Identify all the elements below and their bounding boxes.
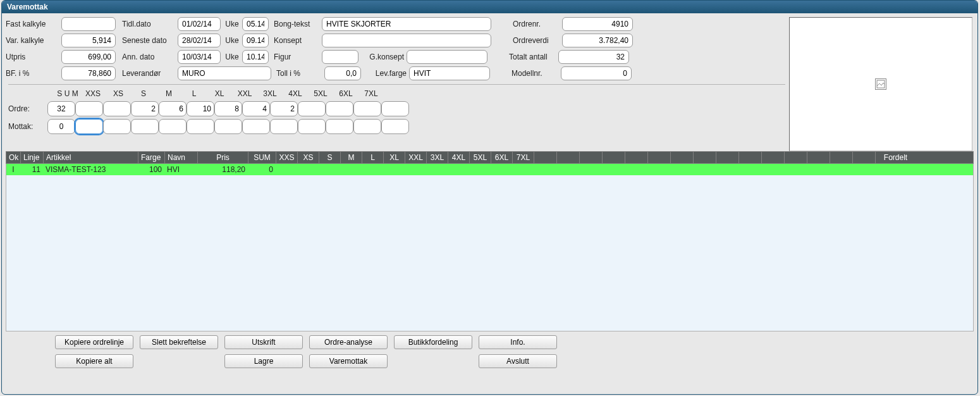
- input-g-konsept[interactable]: [407, 50, 487, 64]
- kopiere-ordrelinje-button[interactable]: Kopiere ordrelinje: [55, 335, 133, 349]
- slett-bekreftelse-button[interactable]: Slett bekreftelse: [140, 335, 218, 349]
- size-header: L: [181, 89, 207, 98]
- ordre-analyse-button[interactable]: Ordre-analyse: [309, 335, 388, 349]
- input-figur[interactable]: [322, 50, 358, 64]
- grid-col-header[interactable]: 3XL: [426, 152, 448, 163]
- label-ordrenr: Ordrenr.: [511, 20, 562, 28]
- grid-col-header[interactable]: S: [319, 152, 340, 163]
- mottak-size-input[interactable]: [131, 119, 159, 134]
- grid-col-spacer: [830, 152, 852, 163]
- label-leverandor: Leverandør: [121, 69, 178, 78]
- grid-col-spacer: [579, 152, 602, 163]
- kopiere-alt-button[interactable]: Kopiere alt: [55, 354, 133, 368]
- broken-image-icon: [875, 78, 886, 90]
- mottak-size-input[interactable]: [214, 119, 242, 134]
- grid-col-header[interactable]: M: [340, 152, 362, 163]
- info-button[interactable]: Info.: [479, 335, 557, 349]
- varemottak-button[interactable]: Varemottak: [309, 354, 388, 368]
- grid-col-header[interactable]: XS: [297, 152, 319, 163]
- grid-body[interactable]: I11VISMA-TEST-123100HVI118,200: [6, 164, 974, 331]
- input-lev-farge[interactable]: [409, 66, 490, 80]
- mottak-size-input[interactable]: [75, 119, 103, 134]
- label-fast-kalkyle: Fast kalkyle: [4, 20, 61, 28]
- input-bf-pct[interactable]: [61, 66, 116, 80]
- ordre-size-input[interactable]: [381, 101, 409, 116]
- label-mottak: Mottak:: [8, 122, 47, 131]
- ordre-size-input[interactable]: [75, 101, 103, 116]
- grid-col-header[interactable]: Farge: [138, 152, 164, 163]
- input-modellnr[interactable]: [561, 66, 632, 80]
- input-utpris[interactable]: [61, 50, 116, 64]
- input-ann-uke[interactable]: [242, 50, 269, 64]
- grid-col-header[interactable]: L: [362, 152, 383, 163]
- ordre-size-input[interactable]: [159, 101, 187, 116]
- mottak-size-input[interactable]: [326, 119, 353, 134]
- mottak-size-input[interactable]: [47, 119, 75, 134]
- avslutt-button[interactable]: Avslutt: [479, 354, 557, 368]
- grid-col-spacer: [807, 152, 830, 163]
- butikkfordeling-button[interactable]: Butikkfordeling: [394, 335, 472, 349]
- input-leverandor[interactable]: [178, 66, 271, 80]
- grid-col-header[interactable]: Linje: [20, 152, 43, 163]
- mottak-size-input[interactable]: [103, 119, 131, 134]
- mottak-size-input[interactable]: [242, 119, 270, 134]
- grid-col-header[interactable]: 4XL: [448, 152, 469, 163]
- input-ordrenr[interactable]: [562, 17, 633, 31]
- grid-col-header[interactable]: Pris: [197, 152, 248, 163]
- grid-col-header[interactable]: 7XL: [512, 152, 534, 163]
- grid-col-header[interactable]: 5XL: [469, 152, 491, 163]
- grid-cell: I: [6, 165, 20, 174]
- grid-col-spacer: [647, 152, 670, 163]
- grid-col-header[interactable]: XL: [383, 152, 405, 163]
- grid-col-header[interactable]: XXL: [405, 152, 426, 163]
- label-ann-dato: Ann. dato: [121, 53, 178, 61]
- ordre-size-input[interactable]: [353, 101, 381, 116]
- input-total-antall[interactable]: [558, 50, 629, 64]
- label-seneste-dato: Seneste dato: [121, 36, 178, 45]
- ordre-size-input[interactable]: [326, 101, 353, 116]
- separator: [8, 84, 785, 85]
- ordre-size-input[interactable]: [131, 101, 159, 116]
- input-tidl-uke[interactable]: [242, 17, 269, 31]
- mottak-size-input[interactable]: [159, 119, 187, 134]
- input-ann-dato[interactable]: [178, 50, 221, 64]
- mottak-size-input[interactable]: [187, 119, 214, 134]
- label-uke-1: Uke: [221, 20, 242, 28]
- input-seneste-uke[interactable]: [242, 34, 269, 47]
- utskrift-button[interactable]: Utskrift: [224, 335, 303, 349]
- mottak-size-input[interactable]: [353, 119, 381, 134]
- ordre-size-input[interactable]: [242, 101, 270, 116]
- input-konsept[interactable]: [322, 34, 491, 47]
- size-header: XXL: [232, 89, 257, 98]
- input-tidl-dato[interactable]: [178, 17, 221, 31]
- input-bong-tekst[interactable]: [322, 17, 491, 31]
- input-toll-pct[interactable]: [324, 66, 361, 80]
- input-ordreverdi[interactable]: [562, 34, 633, 47]
- input-fast-kalkyle[interactable]: [61, 17, 116, 31]
- input-var-kalkyle[interactable]: [61, 34, 116, 47]
- label-ordre: Ordre:: [8, 104, 47, 113]
- grid-row[interactable]: I11VISMA-TEST-123100HVI118,200: [6, 164, 973, 175]
- ordre-size-input[interactable]: [187, 101, 214, 116]
- grid-col-fordelt[interactable]: Fordelt: [875, 152, 916, 163]
- grid-col-header[interactable]: SUM: [248, 152, 276, 163]
- mottak-size-input[interactable]: [381, 119, 409, 134]
- ordre-size-input[interactable]: [103, 101, 131, 116]
- ordre-size-input[interactable]: [214, 101, 242, 116]
- mottak-size-input[interactable]: [270, 119, 298, 134]
- grid-col-header[interactable]: Artikkel: [43, 152, 138, 163]
- ordre-size-input[interactable]: [270, 101, 298, 116]
- svg-rect-0: [877, 80, 885, 88]
- ordre-size-input[interactable]: [298, 101, 326, 116]
- grid-col-header[interactable]: Ok: [6, 152, 20, 163]
- mottak-size-input[interactable]: [298, 119, 326, 134]
- input-seneste-dato[interactable]: [178, 34, 221, 47]
- label-g-konsept: G.konsept: [361, 53, 407, 61]
- grid-col-spacer: [602, 152, 625, 163]
- label-ordreverdi: Ordreverdi: [511, 36, 562, 45]
- lagre-button[interactable]: Lagre: [224, 354, 303, 368]
- grid-col-header[interactable]: XXS: [276, 152, 297, 163]
- grid-col-header[interactable]: Navn: [164, 152, 197, 163]
- grid-col-header[interactable]: 6XL: [491, 152, 512, 163]
- ordre-size-input[interactable]: [47, 101, 75, 116]
